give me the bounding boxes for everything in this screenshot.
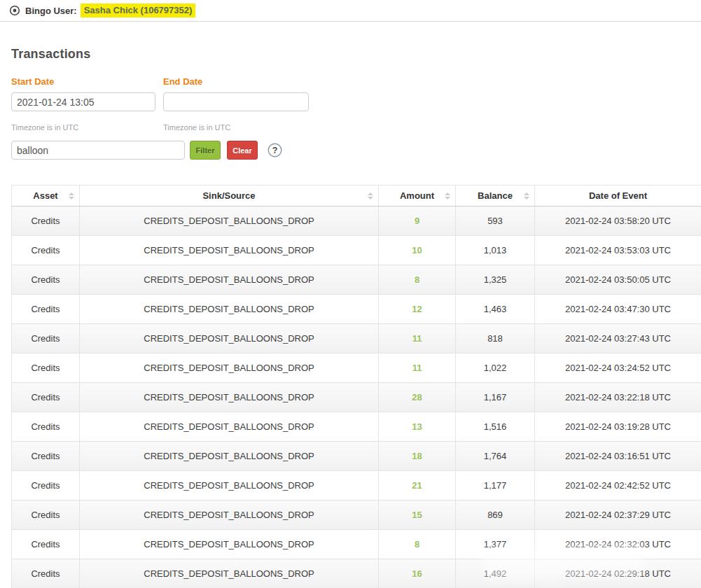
transactions-table: Asset Sink/Source Amount Balance: [11, 185, 701, 588]
sort-icon: [368, 192, 373, 200]
amount-cell: 15: [379, 500, 456, 530]
table-row: Credits CREDITS_DEPOSIT_BALLOONS_DROP 28…: [12, 383, 701, 412]
balance-cell: 1,377: [456, 530, 535, 559]
column-header-balance[interactable]: Balance: [456, 186, 535, 206]
amount-cell: 11: [379, 324, 456, 354]
column-header-label: Date of Event: [589, 190, 647, 201]
sink-source-cell: CREDITS_DEPOSIT_BALLOONS_DROP: [80, 295, 379, 324]
table-row: Credits CREDITS_DEPOSIT_BALLOONS_DROP 18…: [12, 442, 701, 471]
sink-source-cell: CREDITS_DEPOSIT_BALLOONS_DROP: [80, 500, 379, 530]
balance-cell: 869: [456, 500, 535, 530]
date-of-event-cell: 2021-02-24 03:22:18 UTC: [535, 383, 701, 412]
user-type-label: Bingo User:: [25, 6, 77, 16]
end-date-input[interactable]: [163, 92, 309, 111]
date-filter-section: Start Date Timezone is in UTC End Date T…: [11, 76, 701, 132]
search-input[interactable]: [11, 141, 185, 160]
table-row: Credits CREDITS_DEPOSIT_BALLOONS_DROP 9 …: [12, 206, 701, 236]
amount-cell: 8: [379, 265, 456, 295]
amount-cell: 28: [379, 383, 456, 412]
amount-cell: 16: [379, 559, 456, 588]
search-filter-row: Filter Clear ?: [11, 141, 701, 160]
sort-icon: [69, 192, 74, 200]
column-header-label: Amount: [400, 190, 434, 201]
date-of-event-cell: 2021-02-24 02:37:29 UTC: [535, 500, 701, 530]
asset-cell: Credits: [12, 295, 80, 324]
help-icon[interactable]: ?: [268, 143, 282, 158]
asset-cell: Credits: [12, 383, 80, 412]
table-row: Credits CREDITS_DEPOSIT_BALLOONS_DROP 21…: [12, 471, 701, 500]
balance-cell: 1,022: [456, 354, 535, 383]
start-date-timezone-note: Timezone is in UTC: [11, 123, 155, 132]
end-date-timezone-note: Timezone is in UTC: [163, 123, 309, 132]
asset-cell: Credits: [12, 412, 80, 442]
asset-cell: Credits: [12, 265, 80, 295]
clear-button[interactable]: Clear: [227, 141, 258, 160]
balance-cell: 593: [456, 206, 535, 236]
date-of-event-cell: 2021-02-24 02:29:18 UTC: [535, 559, 701, 588]
end-date-field: End Date Timezone is in UTC: [163, 76, 309, 132]
start-date-label: Start Date: [11, 76, 155, 87]
table-row: Credits CREDITS_DEPOSIT_BALLOONS_DROP 8 …: [12, 530, 701, 559]
balance-cell: 1,492: [456, 559, 535, 588]
column-header-date-of-event: Date of Event: [535, 186, 701, 206]
amount-cell: 8: [379, 530, 456, 559]
sink-source-cell: CREDITS_DEPOSIT_BALLOONS_DROP: [80, 236, 379, 265]
sink-source-cell: CREDITS_DEPOSIT_BALLOONS_DROP: [80, 324, 379, 354]
asset-cell: Credits: [12, 206, 80, 236]
asset-cell: Credits: [12, 559, 80, 588]
asset-cell: Credits: [12, 471, 80, 500]
asset-cell: Credits: [12, 354, 80, 383]
user-name-link[interactable]: Sasha Chick (106797352): [81, 4, 196, 18]
start-date-input[interactable]: [11, 92, 155, 111]
amount-cell: 21: [379, 471, 456, 500]
table-row: Credits CREDITS_DEPOSIT_BALLOONS_DROP 15…: [12, 500, 701, 530]
main-content: Transactions Start Date Timezone is in U…: [0, 47, 701, 588]
table-row: Credits CREDITS_DEPOSIT_BALLOONS_DROP 8 …: [12, 265, 701, 295]
date-of-event-cell: 2021-02-24 02:32:03 UTC: [535, 530, 701, 559]
date-of-event-cell: 2021-02-24 03:19:28 UTC: [535, 412, 701, 442]
sink-source-cell: CREDITS_DEPOSIT_BALLOONS_DROP: [80, 559, 379, 588]
date-of-event-cell: 2021-02-24 03:27:43 UTC: [535, 324, 701, 354]
table-row: Credits CREDITS_DEPOSIT_BALLOONS_DROP 11…: [12, 324, 701, 354]
sink-source-cell: CREDITS_DEPOSIT_BALLOONS_DROP: [80, 530, 379, 559]
column-header-asset[interactable]: Asset: [12, 186, 80, 206]
amount-cell: 18: [379, 442, 456, 471]
start-date-field: Start Date Timezone is in UTC: [11, 76, 155, 132]
table-row: Credits CREDITS_DEPOSIT_BALLOONS_DROP 16…: [12, 559, 701, 588]
amount-cell: 9: [379, 206, 456, 236]
sort-icon: [445, 192, 450, 200]
svg-text:?: ?: [272, 146, 278, 155]
column-header-sink-source[interactable]: Sink/Source: [80, 186, 379, 206]
filter-button[interactable]: Filter: [190, 141, 221, 160]
page-title: Transactions: [11, 47, 701, 62]
balance-cell: 1,167: [456, 383, 535, 412]
table-row: Credits CREDITS_DEPOSIT_BALLOONS_DROP 12…: [12, 295, 701, 324]
balance-cell: 1,325: [456, 265, 535, 295]
date-of-event-cell: 2021-02-24 03:58:20 UTC: [535, 206, 701, 236]
date-of-event-cell: 2021-02-24 02:42:52 UTC: [535, 471, 701, 500]
table-row: Credits CREDITS_DEPOSIT_BALLOONS_DROP 11…: [12, 354, 701, 383]
amount-cell: 12: [379, 295, 456, 324]
asset-cell: Credits: [12, 442, 80, 471]
table-header-row: Asset Sink/Source Amount Balance: [12, 186, 701, 206]
date-of-event-cell: 2021-02-24 03:53:03 UTC: [535, 236, 701, 265]
balance-cell: 1,013: [456, 236, 535, 265]
date-of-event-cell: 2021-02-24 03:16:51 UTC: [535, 442, 701, 471]
sink-source-cell: CREDITS_DEPOSIT_BALLOONS_DROP: [80, 383, 379, 412]
balance-cell: 1,764: [456, 442, 535, 471]
top-navbar: Bingo User: Sasha Chick (106797352): [0, 0, 701, 22]
amount-cell: 11: [379, 354, 456, 383]
table-row: Credits CREDITS_DEPOSIT_BALLOONS_DROP 13…: [12, 412, 701, 442]
asset-cell: Credits: [12, 324, 80, 354]
column-header-amount[interactable]: Amount: [379, 186, 456, 206]
balance-cell: 1,177: [456, 471, 535, 500]
asset-cell: Credits: [12, 530, 80, 559]
balance-cell: 1,463: [456, 295, 535, 324]
date-of-event-cell: 2021-02-24 03:47:30 UTC: [535, 295, 701, 324]
sink-source-cell: CREDITS_DEPOSIT_BALLOONS_DROP: [80, 265, 379, 295]
asset-cell: Credits: [12, 236, 80, 265]
end-date-label: End Date: [163, 76, 309, 87]
sort-icon: [524, 192, 529, 200]
balance-cell: 818: [456, 324, 535, 354]
date-of-event-cell: 2021-02-24 03:50:05 UTC: [535, 265, 701, 295]
